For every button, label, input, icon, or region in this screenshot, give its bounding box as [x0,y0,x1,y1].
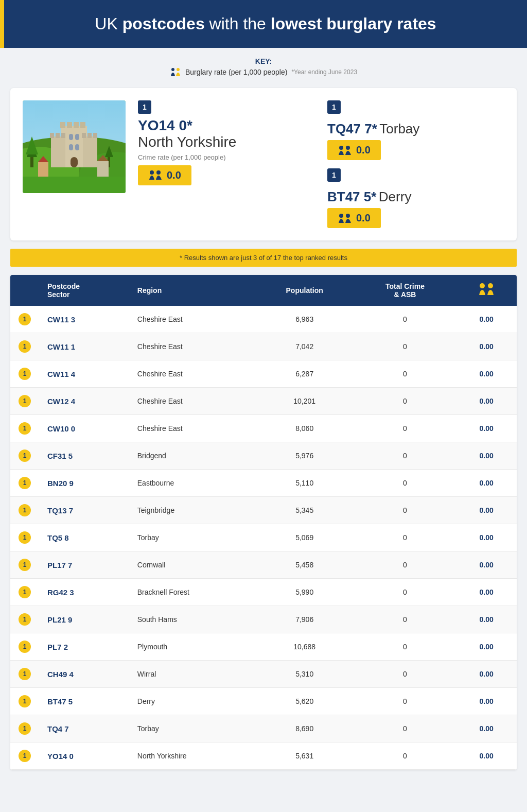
cell-total-crime-11: 0 [354,606,456,633]
cell-population-1: 7,042 [255,333,354,360]
cell-region-16: North Yorkshire [129,742,255,770]
rank-badge-4: 1 [19,422,31,435]
cell-total-crime-1: 0 [354,333,456,360]
svg-point-1 [177,68,180,71]
rank-badge-5: 1 [19,450,31,462]
svg-rect-16 [69,134,73,140]
svg-rect-26 [82,133,86,138]
svg-rect-13 [67,122,72,128]
svg-rect-17 [75,134,79,140]
feature-right-item-2: 1 BT47 5* Derry 0.0 [327,168,504,228]
cell-rank-9: 1 [10,551,39,579]
cell-postcode-6: BN20 9 [39,470,129,497]
cell-total-crime-4: 0 [354,415,456,442]
feature-rate-value: 0.0 [167,169,181,181]
rate-icon-r2 [338,213,352,223]
feature-right-postcode-region-2: BT47 5* Derry [327,189,504,205]
table-row: 1 BT47 5 Derry 5,620 0 0.00 [10,688,517,715]
svg-point-38 [339,214,343,218]
key-label: KEY: [21,57,506,65]
cell-rank-8: 1 [10,524,39,551]
svg-rect-21 [51,136,65,167]
rate-icon [148,170,163,180]
cell-rank-4: 1 [10,415,39,442]
cell-rate-4: 0.00 [456,415,517,442]
cell-rate-12: 0.00 [456,633,517,661]
rate-icon-r1 [338,145,352,156]
cell-rate-9: 0.00 [456,551,517,579]
th-rank [10,275,39,306]
cell-population-14: 5,620 [255,688,354,715]
data-table: PostcodeSector Region Population Total C… [10,275,517,770]
rank-badge-16: 1 [19,750,31,762]
cell-rate-15: 0.00 [456,715,517,742]
rank-badge-14: 1 [19,695,31,707]
svg-point-35 [156,170,161,175]
table-row: 1 CW11 4 Cheshire East 6,287 0 0.00 [10,360,517,388]
table-body: 1 CW11 3 Cheshire East 6,963 0 0.00 1 CW… [10,306,517,770]
cell-total-crime-6: 0 [354,470,456,497]
th-rate-icon [478,283,495,296]
cell-region-1: Cheshire East [129,333,255,360]
svg-rect-32 [97,161,109,177]
svg-rect-19 [75,144,79,150]
svg-rect-23 [50,133,54,138]
cell-postcode-8: TQ5 8 [39,524,129,551]
cell-total-crime-3: 0 [354,388,456,415]
cell-postcode-14: BT47 5 [39,688,129,715]
table-row: 1 PL17 7 Cornwall 5,458 0 0.00 [10,551,517,579]
cell-total-crime-2: 0 [354,360,456,388]
cell-population-10: 5,990 [255,579,354,606]
cell-population-8: 5,069 [255,524,354,551]
svg-point-0 [171,68,174,71]
cell-postcode-7: TQ13 7 [39,497,129,524]
feature-image [23,100,126,193]
year-note: *Year ending June 2023 [291,68,357,76]
cell-rate-10: 0.00 [456,579,517,606]
key-section: KEY: Burglary rate (per 1,000 people) *Y… [0,48,527,88]
feature-left: 1 YO14 0* North Yorkshire Crime rate (pe… [138,100,315,228]
cell-population-15: 8,690 [255,715,354,742]
cell-rank-15: 1 [10,715,39,742]
cell-rank-5: 1 [10,442,39,470]
th-total-crime: Total Crime& ASB [354,275,456,306]
cell-postcode-4: CW10 0 [39,415,129,442]
table-row: 1 TQ13 7 Teignbridge 5,345 0 0.00 [10,497,517,524]
cell-rank-10: 1 [10,579,39,606]
cell-total-crime-16: 0 [354,742,456,770]
cell-rate-6: 0.00 [456,470,517,497]
cell-region-15: Torbay [129,715,255,742]
table-row: 1 CW11 3 Cheshire East 6,963 0 0.00 [10,306,517,333]
cell-population-4: 8,060 [255,415,354,442]
feature-right-region-2: Derry [379,189,412,204]
cell-rate-14: 0.00 [456,688,517,715]
table-row: 1 YO14 0 North Yorkshire 5,631 0 0.00 [10,742,517,770]
table-row: 1 CW10 0 Cheshire East 8,060 0 0.00 [10,415,517,442]
cell-rate-11: 0.00 [456,606,517,633]
cell-total-crime-10: 0 [354,579,456,606]
cell-rank-7: 1 [10,497,39,524]
feature-right-rate-2: 0.0 [327,208,381,228]
rank-badge-12: 1 [19,641,31,653]
cell-rate-5: 0.00 [456,442,517,470]
key-item: Burglary rate (per 1,000 people) *Year e… [170,67,357,77]
cell-total-crime-13: 0 [354,661,456,688]
page-title: UK postcodes with the lowest burglary ra… [25,14,506,33]
cell-rank-13: 1 [10,661,39,688]
cell-postcode-13: CH49 4 [39,661,129,688]
cell-rank-12: 1 [10,633,39,661]
th-postcode: PostcodeSector [39,275,129,306]
cell-region-14: Derry [129,688,255,715]
rank-badge-15: 1 [19,722,31,735]
cell-rate-16: 0.00 [456,742,517,770]
results-note: * Results shown are just 3 of of 17 the … [10,249,517,267]
feature-right-postcode-1: TQ47 7* [327,121,377,136]
svg-rect-15 [80,122,85,128]
cell-rank-16: 1 [10,742,39,770]
table-row: 1 TQ5 8 Torbay 5,069 0 0.00 [10,524,517,551]
rank-badge-6: 1 [19,477,31,489]
table-row: 1 PL7 2 Plymouth 10,688 0 0.00 [10,633,517,661]
rank-badge-2: 1 [19,368,31,380]
cell-rank-11: 1 [10,606,39,633]
table-row: 1 RG42 3 Bracknell Forest 5,990 0 0.00 [10,579,517,606]
